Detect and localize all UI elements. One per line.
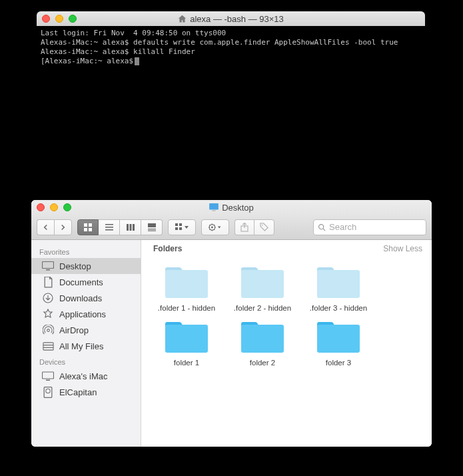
folder-label: folder 3 <box>326 359 351 367</box>
svg-rect-37 <box>43 342 53 349</box>
svg-rect-0 <box>209 203 219 209</box>
view-mode-segment <box>77 219 163 235</box>
svg-rect-18 <box>179 227 182 230</box>
terminal-titlebar[interactable]: alexa — -bash — 93×13 <box>37 11 425 26</box>
svg-point-20 <box>211 226 213 228</box>
sidebar-item-label: Desktop <box>59 261 91 271</box>
folder-icon <box>238 319 286 356</box>
folder-icon <box>238 264 286 301</box>
sidebar-item-documents[interactable]: Documents <box>31 274 141 290</box>
sidebar-item-label: Downloads <box>59 293 102 303</box>
folder-item[interactable]: folder 1 <box>153 319 220 367</box>
zoom-button[interactable] <box>69 15 77 23</box>
svg-rect-15 <box>175 223 178 226</box>
folder-label: .folder 2 - hidden <box>234 304 291 312</box>
svg-line-28 <box>210 229 211 229</box>
svg-rect-17 <box>175 227 178 230</box>
icon-view-button[interactable] <box>77 219 99 235</box>
svg-rect-8 <box>105 229 113 231</box>
folder-item[interactable]: .folder 2 - hidden <box>229 264 296 312</box>
arrange-dropdown[interactable] <box>168 219 196 235</box>
sidebar-item-airdrop[interactable]: AirDrop <box>31 322 141 338</box>
folder-item[interactable]: folder 3 <box>305 319 372 367</box>
svg-rect-11 <box>133 224 135 231</box>
svg-line-32 <box>323 228 325 230</box>
folder-item[interactable]: .folder 1 - hidden <box>153 264 220 312</box>
home-icon <box>178 15 187 23</box>
terminal-title: alexa — -bash — 93×13 <box>190 14 284 24</box>
svg-rect-5 <box>89 228 92 231</box>
tags-button[interactable] <box>254 219 274 235</box>
finder-toolbar <box>31 215 432 240</box>
svg-rect-13 <box>148 229 156 229</box>
folder-icon <box>163 264 211 301</box>
share-button[interactable] <box>234 219 254 235</box>
airdrop-icon <box>42 324 54 336</box>
svg-line-26 <box>214 229 215 229</box>
folder-label: folder 1 <box>174 359 199 367</box>
svg-rect-34 <box>46 269 50 271</box>
action-dropdown[interactable] <box>201 219 229 235</box>
svg-rect-3 <box>89 223 92 227</box>
svg-point-31 <box>319 224 324 229</box>
list-view-button[interactable] <box>99 219 120 235</box>
sidebar: Favorites Desktop Documents Downloads Ap… <box>31 240 141 447</box>
forward-button[interactable] <box>54 219 72 235</box>
terminal-line: [Alexas-iMac:~ alexa$ <box>41 57 133 65</box>
sidebar-item-imac[interactable]: Alexa's iMac <box>31 368 141 384</box>
svg-rect-14 <box>148 230 156 231</box>
downloads-icon <box>42 292 54 304</box>
tag-icon <box>260 223 268 231</box>
folder-label: .folder 1 - hidden <box>158 304 215 312</box>
svg-rect-16 <box>179 223 182 226</box>
sidebar-item-disk[interactable]: ElCapitan <box>31 384 141 400</box>
coverflow-view-button[interactable] <box>141 219 163 235</box>
sidebar-item-downloads[interactable]: Downloads <box>31 290 141 306</box>
search-input[interactable] <box>329 222 422 232</box>
folder-item[interactable]: folder 2 <box>229 319 296 367</box>
sidebar-item-applications[interactable]: Applications <box>31 306 141 322</box>
svg-rect-2 <box>84 223 87 227</box>
sidebar-item-label: AirDrop <box>59 325 89 335</box>
traffic-lights <box>42 15 77 23</box>
svg-line-27 <box>214 225 215 225</box>
svg-rect-9 <box>127 224 129 231</box>
minimize-button[interactable] <box>55 15 63 23</box>
sidebar-item-label: Applications <box>59 309 106 319</box>
close-button[interactable] <box>42 15 50 23</box>
traffic-lights <box>37 203 71 211</box>
terminal-line: Alexas-iMac:~ alexa$ defaults write com.… <box>41 38 398 47</box>
search-box[interactable] <box>313 219 426 235</box>
applications-icon <box>42 308 54 320</box>
minimize-button[interactable] <box>50 203 58 211</box>
grid-icon <box>83 223 93 232</box>
chevron-left-icon <box>43 224 49 231</box>
terminal-window: alexa — -bash — 93×13 Last login: Fri No… <box>37 11 425 179</box>
show-less-toggle[interactable]: Show Less <box>383 244 422 253</box>
terminal-line: Last login: Fri Nov 4 09:48:50 on ttys00… <box>41 29 226 37</box>
close-button[interactable] <box>37 203 45 211</box>
columns-icon <box>126 223 135 232</box>
column-view-button[interactable] <box>120 219 141 235</box>
sidebar-item-label: All My Files <box>59 341 103 351</box>
finder-titlebar[interactable]: Desktop <box>31 200 432 215</box>
sidebar-item-label: ElCapitan <box>59 387 97 397</box>
sidebar-item-desktop[interactable]: Desktop <box>31 258 141 274</box>
svg-rect-7 <box>105 227 113 228</box>
finder-title: Desktop <box>222 203 254 213</box>
terminal-body[interactable]: Last login: Fri Nov 4 09:48:50 on ttys00… <box>37 26 425 69</box>
list-icon <box>105 223 114 232</box>
arrange-icon <box>175 223 189 231</box>
sidebar-heading-favorites: Favorites <box>31 244 141 258</box>
svg-rect-4 <box>84 228 87 231</box>
folder-icon <box>314 319 362 356</box>
sidebar-item-allmyfiles[interactable]: All My Files <box>31 338 141 354</box>
items-grid[interactable]: .folder 1 - hidden .folder 2 - hidden .f… <box>141 257 432 373</box>
zoom-button[interactable] <box>63 203 71 211</box>
back-button[interactable] <box>37 219 54 235</box>
folder-item[interactable]: .folder 3 - hidden <box>305 264 372 312</box>
svg-rect-33 <box>43 262 54 269</box>
documents-icon <box>42 276 54 288</box>
svg-rect-1 <box>213 210 216 211</box>
cursor <box>135 57 139 65</box>
